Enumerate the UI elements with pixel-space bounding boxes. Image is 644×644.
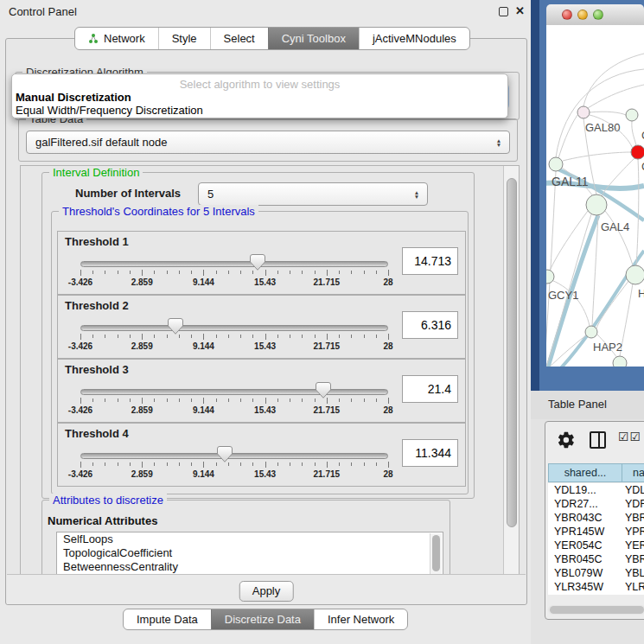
apply-button[interactable]: Apply xyxy=(239,581,294,602)
minimize-traffic-light-icon[interactable] xyxy=(577,10,588,20)
slider-thumb-icon[interactable] xyxy=(168,318,183,335)
tab-network[interactable]: Network xyxy=(75,28,158,49)
network-canvas[interactable]: GAL80GCGAL11GAL4GCY1HHAP2 xyxy=(546,25,644,367)
close-window-button[interactable]: ✕ xyxy=(515,4,525,17)
slider-thumb-icon[interactable] xyxy=(250,254,265,271)
tab-label: Discretize Data xyxy=(225,613,301,626)
table-row[interactable]: YBL079WYBL0 xyxy=(548,566,644,580)
attributes-scrollbar-thumb[interactable] xyxy=(432,535,440,571)
table-data-combobox[interactable]: galFiltered.sif default node xyxy=(26,131,510,154)
settings-scrollbar-thumb[interactable] xyxy=(507,178,517,527)
window-gap-strip xyxy=(531,0,539,391)
network-node[interactable] xyxy=(626,109,638,121)
algorithm-placeholder-option[interactable]: Select algorithm to view settings xyxy=(12,78,507,91)
threshold-panel: Threshold 2 -3.4262.8599.14415.4321.7152… xyxy=(57,295,466,359)
network-edge[interactable] xyxy=(558,115,577,158)
network-edge[interactable] xyxy=(563,152,631,161)
column-header-shared[interactable]: shared... xyxy=(548,463,622,482)
tab-select[interactable]: Select xyxy=(210,28,268,49)
algorithm-option-equal-width[interactable]: Equal Width/Frequency Discretization xyxy=(15,104,505,117)
threshold-value-field[interactable]: 14.713 xyxy=(402,247,458,275)
tab-discretize-data[interactable]: Discretize Data xyxy=(211,609,314,629)
table-row[interactable]: YPR145WYPR1 xyxy=(548,525,644,539)
table-row[interactable]: YBR043CYBR0 xyxy=(548,511,644,525)
tab-label: Cyni Toolbox xyxy=(282,32,346,45)
slider-track[interactable] xyxy=(80,453,388,459)
table-row[interactable]: YIL052CYIL0 xyxy=(548,594,644,595)
table-row[interactable]: YLR345WYLR3 xyxy=(548,580,644,594)
threshold-value-field[interactable]: 6.316 xyxy=(402,311,458,339)
column-header-name[interactable]: na xyxy=(622,463,644,482)
network-node[interactable] xyxy=(577,106,590,118)
table-hscrollbar-thumb[interactable] xyxy=(550,606,644,614)
table-row[interactable]: YDL19...YDL1 xyxy=(548,483,644,497)
slider-tick-labels: -3.4262.8599.14415.4321.71528 xyxy=(80,341,388,352)
algorithm-option-manual[interactable]: Manual Discretization xyxy=(15,91,505,104)
float-window-button[interactable] xyxy=(499,7,508,16)
network-node[interactable] xyxy=(626,265,644,284)
gear-icon[interactable] xyxy=(557,430,576,450)
network-edge[interactable] xyxy=(605,211,633,265)
tab-cyni-toolbox[interactable]: Cyni Toolbox xyxy=(268,28,359,49)
settings-vertical-scrollbar[interactable] xyxy=(503,166,519,575)
settings-scrollpane: Interval Definition Number of Intervals … xyxy=(20,165,520,576)
network-edge[interactable] xyxy=(583,54,644,106)
tab-label: Network xyxy=(104,32,145,45)
attribute-list-item[interactable]: BetweennessCentrality xyxy=(57,560,443,574)
table-row[interactable]: YBR045CYBR0 xyxy=(548,552,644,566)
table-panel-titlebar: Table Panel xyxy=(531,391,644,419)
cell-name: YPR1 xyxy=(625,525,644,539)
network-edge[interactable] xyxy=(588,85,644,108)
tab-jactivemnodules[interactable]: jActiveMNodules xyxy=(359,28,469,49)
slider-track[interactable] xyxy=(80,389,388,395)
network-node[interactable] xyxy=(546,270,554,284)
network-edge[interactable] xyxy=(636,159,639,265)
table-row[interactable]: YER054CYER0 xyxy=(548,539,644,552)
table-horizontal-scrollbar[interactable] xyxy=(548,605,644,615)
table-data-group: Table Data galFiltered.sif default node xyxy=(18,118,518,162)
split-columns-icon[interactable] xyxy=(590,431,606,449)
slider-track[interactable] xyxy=(80,325,388,331)
cyni-toolbox-panel: Discretization Algorithm Select algorith… xyxy=(5,38,527,605)
attribute-list-item[interactable]: TopologicalCoefficient xyxy=(57,546,443,560)
network-node[interactable] xyxy=(586,194,607,215)
numerical-attributes-list[interactable]: SelfLoopsTopologicalCoefficientBetweenne… xyxy=(56,532,443,576)
threshold-slider[interactable]: -3.4262.8599.14415.4321.71528 xyxy=(80,316,388,354)
algorithm-dropdown-popup: Select algorithm to view settings Manual… xyxy=(11,73,508,118)
close-traffic-light-icon[interactable] xyxy=(562,10,572,20)
network-edge[interactable] xyxy=(590,112,626,115)
table-body[interactable]: YDL19...YDL1YDR27...YDR2YBR043CYBR0YPR14… xyxy=(548,483,644,595)
slider-track[interactable] xyxy=(80,261,388,267)
threshold-value-field[interactable]: 11.344 xyxy=(402,439,458,467)
cell-shared-name: YPR145W xyxy=(548,525,625,539)
slider-thumb-icon[interactable] xyxy=(217,446,233,462)
threshold-value-field[interactable]: 21.4 xyxy=(402,375,458,403)
table-row[interactable]: YDR27...YDR2 xyxy=(548,497,644,511)
network-edge[interactable] xyxy=(552,280,590,326)
network-edge[interactable] xyxy=(546,171,556,363)
control-panel-window: Control Panel ✕ NetworkStyleSelectCyni T… xyxy=(0,0,531,644)
tab-infer-network[interactable]: Infer Network xyxy=(314,609,407,629)
network-node[interactable] xyxy=(585,326,597,338)
threshold-panel: Threshold 1 -3.4262.8599.14415.4321.7152… xyxy=(57,231,466,295)
slider-thumb-icon[interactable] xyxy=(316,382,331,399)
cell-name: YBR0 xyxy=(625,552,644,566)
attribute-list-item[interactable]: SelfLoops xyxy=(57,532,443,546)
attributes-list-scrollbar[interactable] xyxy=(430,533,442,576)
network-node[interactable] xyxy=(549,157,563,171)
network-node[interactable] xyxy=(613,356,627,367)
threshold-slider[interactable]: -3.4262.8599.14415.4321.71528 xyxy=(80,444,388,482)
zoom-traffic-light-icon[interactable] xyxy=(593,10,603,20)
number-of-intervals-combobox[interactable]: 5 xyxy=(198,182,428,206)
network-edge[interactable] xyxy=(596,280,629,328)
network-node[interactable] xyxy=(631,145,644,159)
checkbox-icons[interactable] xyxy=(618,430,641,443)
tab-impute-data[interactable]: Impute Data xyxy=(124,609,211,629)
control-panel-titlebar: Control Panel ✕ xyxy=(0,0,531,23)
threshold-slider[interactable]: -3.4262.8599.14415.4321.71528 xyxy=(80,252,388,290)
tab-label: jActiveMNodules xyxy=(373,32,456,45)
tab-style[interactable]: Style xyxy=(158,28,210,49)
network-edge[interactable] xyxy=(632,121,636,145)
threshold-slider[interactable]: -3.4262.8599.14415.4321.71528 xyxy=(80,380,388,418)
slider-ticks xyxy=(80,397,388,404)
